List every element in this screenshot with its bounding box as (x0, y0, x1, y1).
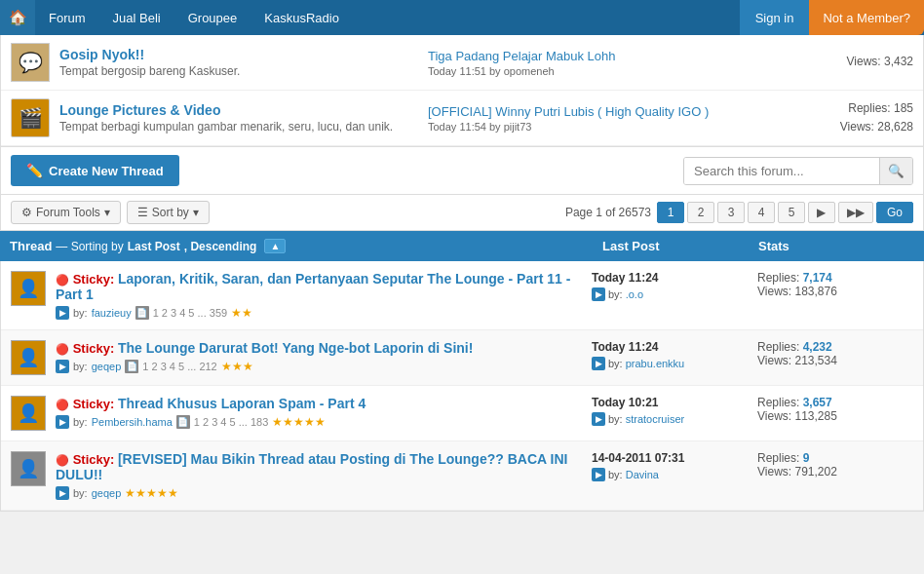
search-input[interactable] (684, 158, 879, 184)
replies-link-3[interactable]: 3,657 (803, 396, 832, 409)
forum-name-gossip[interactable]: Gosip Nyok!! (59, 47, 144, 62)
by-icon-4: ▶ (56, 486, 69, 500)
last-page-button[interactable]: ▶▶ (838, 202, 873, 223)
lastpost-author-2[interactable]: prabu.enkku (626, 358, 685, 369)
replies-link-2[interactable]: 4,232 (803, 340, 832, 354)
replies-link-1[interactable]: 7,174 (803, 271, 832, 285)
nav-groupee[interactable]: Groupee (174, 0, 251, 35)
forum-thread-title-pictures[interactable]: [OFFICIAL] Winny Putri Lubis ( High Qual… (428, 104, 787, 119)
lastpost-author-3[interactable]: stratocruiser (626, 413, 685, 425)
thread-sort-order: , Descending (184, 240, 257, 253)
nav-kaskusradio[interactable]: KaskusRadio (250, 0, 353, 35)
thread-stars-3: ★★★★★ (272, 415, 326, 429)
sort-order-toggle[interactable]: ▲ (264, 239, 286, 253)
page-icon-3: 📄 (176, 415, 190, 429)
gear-icon: ⚙ (21, 206, 32, 219)
forum-thread-title-gossip[interactable]: Tiga Padang Pelajar Mabuk Lohh (428, 49, 787, 63)
thread-body-4: 🔴 Sticky: [REVISED] Mau Bikin Thread ata… (56, 451, 582, 500)
lastpost-time-4: 14-04-2011 07:31 (592, 451, 748, 465)
thread-title-3[interactable]: Thread Khusus Laporan Spam - Part 4 (118, 396, 366, 411)
page-4-button[interactable]: 4 (748, 202, 775, 223)
go-button[interactable]: Go (876, 202, 913, 223)
thread-body-1: 🔴 Sticky: Laporan, Kritik, Saran, dan Pe… (56, 271, 582, 320)
nav-forum[interactable]: Forum (35, 0, 99, 35)
thread-title-2[interactable]: The Lounge Darurat Bot! Yang Nge-bot Lap… (118, 340, 474, 356)
lastpost-icon-3: ▶ (592, 412, 605, 426)
forum-name-pictures[interactable]: Lounge Pictures & Video (59, 102, 220, 118)
forum-tools-button[interactable]: ⚙ Forum Tools ▾ (11, 201, 121, 224)
lastpost-author-4[interactable]: Davina (626, 469, 659, 480)
thread-author-2[interactable]: geqep (92, 361, 122, 372)
sign-in-button[interactable]: Sign in (740, 0, 810, 35)
thread-by-1: by: (73, 307, 88, 319)
thread-lastpost-2: Today 11:24 ▶ by: prabu.enkku (592, 340, 748, 370)
sticky-icon-1: 🔴 (56, 274, 69, 286)
forum-desc-gossip: Tempat bergosip bareng Kaskuser. (59, 64, 418, 78)
home-icon[interactable]: 🏠 (0, 0, 35, 35)
by-icon-2: ▶ (56, 360, 69, 373)
thread-body-3: 🔴 Sticky: Thread Khusus Laporan Spam - P… (56, 396, 582, 429)
page-icon-1: 📄 (135, 306, 149, 320)
chevron-down-icon: ▾ (104, 206, 110, 219)
thread-row-2: 👤 🔴 Sticky: The Lounge Darurat Bot! Yang… (1, 330, 923, 386)
create-thread-button[interactable]: ✏️ Create New Thread (11, 155, 179, 186)
replies-label-4: Replies: (757, 451, 803, 465)
forum-stats-pictures: Replies: 185 Views: 28,628 (796, 99, 913, 136)
list-icon: ☰ (137, 206, 148, 219)
thread-lastpost-1: Today 11:24 ▶ by: .o.o (592, 271, 748, 301)
forum-info-gossip: Gosip Nyok!! Tempat bergosip bareng Kask… (59, 47, 418, 78)
lastpost-by-label-3: by: (608, 413, 623, 425)
thread-stars-1: ★★ (231, 306, 252, 320)
forum-row-pictures: 🎬 Lounge Pictures & Video Tempat berbagi… (1, 91, 923, 146)
page-2-button[interactable]: 2 (687, 202, 714, 223)
page-3-button[interactable]: 3 (717, 202, 745, 223)
sticky-label-2: Sticky: (73, 341, 115, 356)
forum-row-gossip: 💬 Gosip Nyok!! Tempat bergosip bareng Ka… (1, 35, 923, 91)
lastpost-author-1[interactable]: .o.o (626, 288, 643, 300)
forum-thread-info-gossip: Tiga Padang Pelajar Mabuk Lohh Today 11:… (428, 49, 787, 77)
nav-jualbeli[interactable]: Jual Beli (99, 0, 174, 35)
thread-stats-3: Replies: 3,657 Views: 113,285 (757, 396, 913, 423)
replies-label-3: Replies: (757, 396, 803, 409)
views-4: Views: 791,202 (757, 465, 913, 478)
lastpost-by-label-1: by: (608, 288, 623, 300)
sort-by-button[interactable]: ☰ Sort by ▾ (127, 201, 210, 224)
sticky-label-1: Sticky: (73, 272, 115, 287)
thread-stats-1: Replies: 7,174 Views: 183,876 (757, 271, 913, 298)
thread-stats-4: Replies: 9 Views: 791,202 (757, 451, 913, 478)
search-button[interactable]: 🔍 (879, 158, 912, 184)
thread-stars-2: ★★★ (221, 360, 253, 373)
thread-pages-1: 1 2 3 4 5 ... 359 (153, 307, 227, 319)
sticky-label-3: Sticky: (73, 397, 115, 411)
thread-stars-4: ★★★★★ (125, 486, 178, 500)
pagination: 1 2 3 4 5 ▶ ▶▶ Go (657, 202, 913, 223)
forum-thread-info-pictures: [OFFICIAL] Winny Putri Lubis ( High Qual… (428, 104, 787, 133)
thread-avatar-2: 👤 (11, 340, 46, 375)
lastpost-icon-1: ▶ (592, 287, 605, 301)
lastpost-by-label-4: by: (608, 469, 623, 480)
thread-author-4[interactable]: geqep (92, 487, 122, 499)
thread-by-2: by: (73, 361, 88, 372)
thread-author-3[interactable]: Pembersih.hama (92, 416, 173, 428)
replies-label-1: Replies: (757, 271, 803, 285)
lastpost-time-3: Today 10:21 (592, 396, 748, 409)
sort-chevron-icon: ▾ (193, 206, 199, 219)
thread-row-4: 👤 🔴 Sticky: [REVISED] Mau Bikin Thread a… (1, 441, 923, 511)
not-member-button[interactable]: Not a Member? (809, 0, 924, 35)
thread-stats-2: Replies: 4,232 Views: 213,534 (757, 340, 913, 367)
replies-label-2: Replies: (757, 340, 803, 354)
thread-author-1[interactable]: fauzieuy (92, 307, 132, 319)
sticky-icon-4: 🔴 (56, 454, 69, 466)
stats-col-header: Stats (758, 239, 914, 253)
thread-title-4[interactable]: [REVISED] Mau Bikin Thread atau Posting … (56, 451, 567, 482)
thread-pages-2: 1 2 3 4 5 ... 212 (142, 361, 216, 372)
next-page-button[interactable]: ▶ (808, 202, 835, 223)
page-5-button[interactable]: 5 (778, 202, 805, 223)
lastpost-icon-4: ▶ (592, 468, 605, 481)
sticky-icon-2: 🔴 (56, 343, 69, 355)
page-1-button[interactable]: 1 (657, 202, 684, 223)
replies-link-4[interactable]: 9 (803, 451, 810, 465)
forum-icon-pictures: 🎬 (11, 98, 50, 137)
pencil-icon: ✏️ (26, 163, 43, 178)
thread-title-1[interactable]: Laporan, Kritik, Saran, dan Pertanyaan S… (56, 271, 570, 302)
